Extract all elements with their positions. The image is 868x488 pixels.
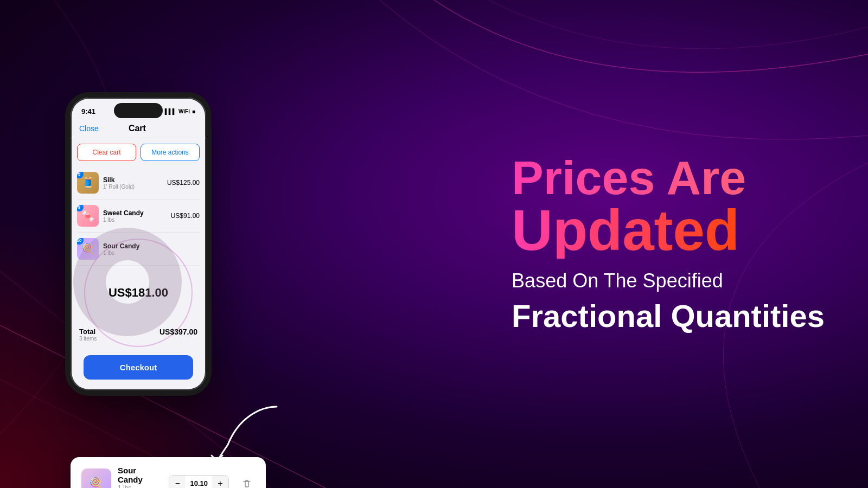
item-sub: 1 lbs [103, 217, 171, 223]
nav-title: Cart [129, 124, 146, 133]
total-label: Total [79, 328, 97, 336]
total-section: Total 3 items US$397.00 [71, 322, 206, 347]
wifi-icon: WiFi [178, 108, 190, 114]
cart-item: 5 🧵 Silk 1' Roll (Gold) US$125.00 [77, 166, 200, 200]
arrow-decoration [206, 401, 282, 466]
popup-emoji: 🍭 [89, 477, 104, 489]
status-time: 9:41 [81, 107, 95, 115]
item-name: Silk [103, 176, 167, 184]
battery-icon: ■ [192, 108, 195, 114]
item-info: Sweet Candy 1 lbs [103, 209, 171, 223]
popup-card: 🍭 Sour Candy 1 lbs US$181.00 − 10.10 + [71, 457, 266, 488]
quantity-increase-button[interactable]: + [212, 476, 228, 489]
quantity-control[interactable]: − 10.10 + [169, 475, 229, 489]
quantity-decrease-button[interactable]: − [169, 476, 186, 489]
cart-item: 9 🍬 Sweet Candy 1 lbs US$91.00 [77, 200, 200, 233]
item-name: Sweet Candy [103, 209, 171, 217]
frac-quantities: Fractional Quantities [512, 298, 825, 334]
headline-line1: Prices Are [512, 154, 825, 202]
quantity-value: 10.10 [186, 476, 212, 489]
right-content: Prices Are Updated Based On The Specifie… [512, 154, 825, 334]
popup-name: Sour Candy [118, 466, 162, 484]
subheadline: Based On The Specified [512, 269, 825, 292]
headline-line2: Updated [512, 202, 825, 259]
total-items: 3 items [79, 336, 97, 342]
nav-bar: Close Cart [71, 121, 206, 138]
item-price: US$91.00 [171, 212, 200, 220]
item-thumbnail: 5 🧵 [77, 172, 99, 194]
popup-thumbnail: 🍭 [81, 468, 111, 488]
popup-info: Sour Candy 1 lbs US$181.00 [118, 466, 162, 488]
item-sub: 1' Roll (Gold) [103, 184, 167, 190]
delete-button[interactable] [239, 476, 255, 489]
status-icons: ▌▌▌ WiFi ■ [165, 108, 195, 114]
more-actions-button[interactable]: More actions [141, 144, 200, 161]
popup-sub: 1 lbs [118, 484, 162, 488]
dynamic-island [114, 103, 163, 118]
nav-close[interactable]: Close [79, 124, 99, 133]
phone-mockup: 9:41 ▌▌▌ WiFi ■ Close Cart Clear cart Mo… [65, 92, 212, 396]
phone-container: 9:41 ▌▌▌ WiFi ■ Close Cart Clear cart Mo… [65, 92, 222, 396]
item-thumbnail: 9 🍬 [77, 205, 99, 227]
item-price: US$125.00 [167, 179, 200, 187]
item-info: Silk 1' Roll (Gold) [103, 176, 167, 190]
clear-cart-button[interactable]: Clear cart [77, 144, 136, 161]
total-price: US$397.00 [159, 328, 197, 336]
signal-icon: ▌▌▌ [165, 108, 176, 114]
total-info: Total 3 items [79, 328, 97, 342]
checkout-button[interactable]: Checkout [84, 355, 193, 380]
action-buttons: Clear cart More actions [71, 138, 206, 166]
